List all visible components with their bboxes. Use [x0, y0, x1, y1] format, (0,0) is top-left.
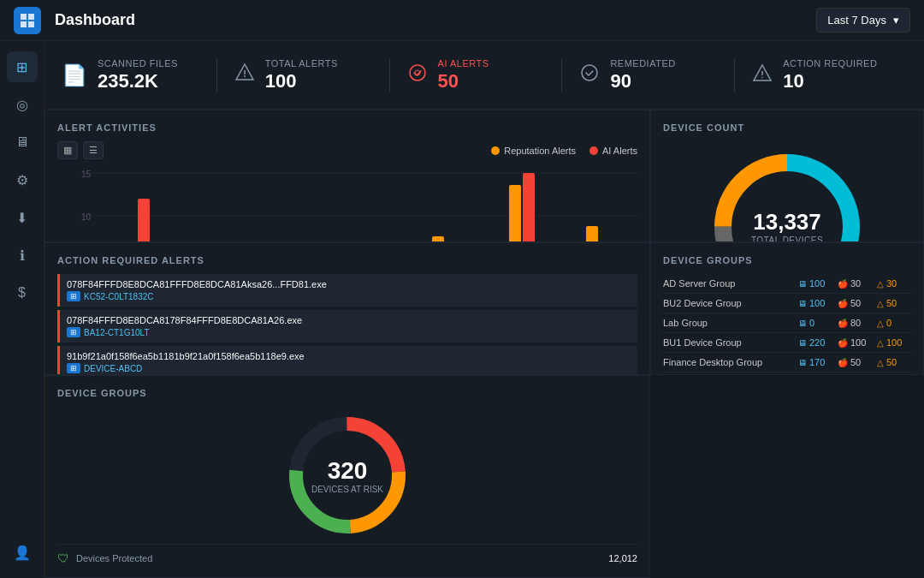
- device-groups-list: AD Server Group 🖥 100 🍎 30 △ 30 BU2 Devi…: [663, 274, 911, 375]
- win-icon: 🖥: [798, 319, 807, 328]
- bar-chart: 15 10 5 0 Jun 16 Jun 17: [57, 173, 637, 242]
- ai-icon: [407, 63, 428, 88]
- legend-ai: AI Alerts: [589, 146, 637, 156]
- sidebar: ⊞ ◎ 🖥 ⚙ ⬇ ℹ $ 👤: [0, 41, 44, 578]
- bar-jun22-reputation: [586, 226, 598, 242]
- svg-point-2: [410, 65, 425, 80]
- dg-row[interactable]: Finance Desktop Group 🖥 170 🍎 50 △ 50: [663, 353, 911, 372]
- chart-list-btn[interactable]: ☰: [83, 141, 104, 159]
- sidebar-item-filters[interactable]: ⚙: [7, 164, 38, 195]
- linux-icon: △: [877, 319, 884, 328]
- alert-list: 078F84FFFD8E8DCA81FFFD8E8DCA81Aksa26...F…: [57, 274, 637, 375]
- dg-row[interactable]: AD Server Group 🖥 100 🍎 30 △ 30: [663, 274, 911, 294]
- app-logo: [14, 7, 41, 34]
- check-icon: [579, 63, 600, 88]
- win-icon: 🖥: [798, 338, 807, 348]
- sidebar-item-profile[interactable]: 👤: [7, 537, 38, 568]
- svg-text:10: 10: [81, 212, 92, 222]
- stat-remediated: REMEDIATED 90: [562, 58, 735, 92]
- sidebar-item-info[interactable]: ℹ: [7, 240, 38, 271]
- dg-row[interactable]: BU2 Device Group 🖥 100 🍎 50 △ 50: [663, 294, 911, 313]
- win-icon: 🖥: [798, 358, 807, 367]
- risk-center-text: 320 DEVICES AT RISK: [311, 457, 383, 494]
- device-groups-right-panel: DEVICE GROUPS AD Server Group 🖥 100 🍎 30…: [650, 242, 924, 375]
- dg-row[interactable]: Firewall Manager Group 🖥 110 🍎 150 △ 150: [663, 372, 911, 375]
- bar-jun20-reputation: [432, 236, 444, 242]
- chart-controls: ▦ ☰: [57, 141, 104, 159]
- mac-icon: 🍎: [838, 338, 848, 348]
- device-risk-donut: 320 DEVICES AT RISK: [57, 407, 637, 544]
- svg-point-4: [582, 65, 597, 80]
- svg-point-0: [244, 75, 246, 77]
- ai-dot: [589, 146, 598, 155]
- stat-scanned-files: 📄 SCANNED FILES 235.2K: [62, 58, 217, 92]
- device-groups-center-panel: DEVICE GROUPS 320 DEVICES AT RISK 🛡: [44, 375, 650, 578]
- linux-icon: △: [877, 299, 884, 308]
- mac-icon: 🍎: [838, 279, 848, 289]
- sidebar-item-alerts[interactable]: ◎: [7, 89, 38, 120]
- devices-protected: 🛡 Devices Protected 12,012: [57, 544, 637, 565]
- alert-icon: [234, 63, 255, 88]
- bar-jun21-ai: [523, 173, 535, 242]
- stat-total-alerts: TOTAL ALERTS 100: [217, 58, 390, 92]
- bar-jun16-ai: [138, 199, 150, 242]
- dg-row[interactable]: Lab Group 🖥 0 🍎 80 △ 0: [663, 313, 911, 333]
- stat-ai-alerts: AI ALERTS 50: [390, 58, 563, 92]
- stats-bar: 📄 SCANNED FILES 235.2K TOTAL ALERTS 100: [44, 41, 924, 110]
- linux-icon: △: [877, 358, 884, 367]
- alert-activities-panel: ALERT ACTIVITIES ▦ ☰ Reputation Alerts: [44, 110, 650, 242]
- svg-point-6: [761, 76, 763, 78]
- mac-icon: 🍎: [838, 358, 848, 367]
- action-required-panel: ACTION REQUIRED ALERTS 078F84FFFD8E8DCA8…: [44, 242, 650, 375]
- reputation-dot: [491, 146, 500, 155]
- list-item[interactable]: 91b9f21a0f158f6ea5b1181b9f21a0f158f6ea5b…: [57, 346, 637, 375]
- chart-svg: 15 10 5 0 Jun 16 Jun 17: [81, 173, 637, 242]
- win-icon: 🖥: [798, 279, 807, 289]
- chart-bar-btn[interactable]: ▦: [57, 141, 78, 159]
- warning-icon: [752, 63, 773, 88]
- legend-reputation: Reputation Alerts: [491, 146, 576, 156]
- sidebar-item-home[interactable]: ⊞: [7, 51, 38, 82]
- sidebar-item-credits[interactable]: $: [7, 277, 38, 308]
- win-icon: 🖥: [798, 299, 807, 308]
- chart-legend: Reputation Alerts AI Alerts: [491, 146, 637, 156]
- donut-center-text: 13,337 TOTAL DEVICES: [751, 209, 823, 242]
- linux-icon: △: [877, 338, 884, 348]
- linux-icon: △: [877, 279, 884, 289]
- mac-icon: 🍎: [838, 319, 848, 328]
- date-range-select[interactable]: Last 7 Days ▾: [816, 8, 910, 33]
- device-count-panel: DEVICE COUNT 13,337 TOTAL DEVI: [650, 110, 924, 242]
- device-count-donut: 13,337 TOTAL DEVICES: [663, 141, 911, 242]
- page-title: Dashboard: [55, 11, 816, 29]
- bar-jun21-reputation: [509, 185, 521, 242]
- sidebar-item-devices[interactable]: 🖥: [7, 127, 38, 158]
- dg-row[interactable]: BU1 Device Group 🖥 220 🍎 100 △ 100: [663, 333, 911, 353]
- top-nav: Dashboard Last 7 Days ▾: [0, 0, 924, 41]
- sidebar-item-download[interactable]: ⬇: [7, 202, 38, 233]
- mac-icon: 🍎: [838, 299, 848, 308]
- shield-icon: 🛡: [57, 551, 69, 565]
- list-item[interactable]: 078F84FFFD8E8DCA8178F84FFFD8E8DCA81A26.e…: [57, 310, 637, 343]
- svg-text:15: 15: [81, 170, 92, 179]
- stat-action-required: ACTION REQUIRED 10: [735, 58, 907, 92]
- list-item[interactable]: 078F84FFFD8E8DCA81FFFD8E8DCA81Aksa26...F…: [57, 274, 637, 307]
- file-icon: 📄: [62, 63, 87, 87]
